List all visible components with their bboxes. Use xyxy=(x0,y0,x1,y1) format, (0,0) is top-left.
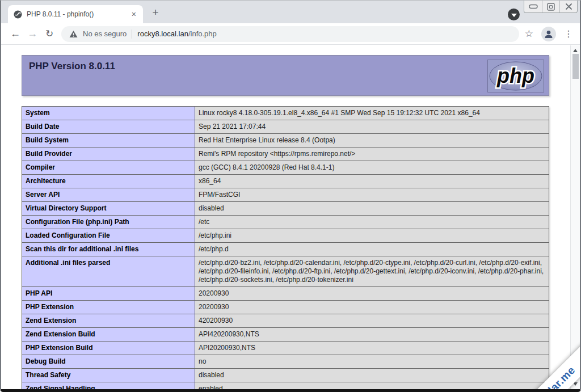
row-label: Server API xyxy=(22,188,195,202)
menu-dots-icon[interactable]: ⋮ xyxy=(564,28,573,39)
security-label[interactable]: No es seguro xyxy=(83,29,127,38)
omnibox-separator xyxy=(132,29,132,39)
table-row: Zend Signal Handling enabled xyxy=(22,382,549,390)
row-label: PHP API xyxy=(22,287,195,301)
table-row: PHP Extension 20200930 xyxy=(22,301,549,314)
table-row: Compiler gcc (GCC) 8.4.1 20200928 (Red H… xyxy=(22,161,549,175)
row-label: Compiler xyxy=(22,161,195,175)
row-value: /etc/php.d/20-bz2.ini, /etc/php.d/20-cal… xyxy=(195,256,549,287)
row-label: PHP Extension xyxy=(22,301,195,314)
url-text[interactable]: rocky8.local.lan/info.php xyxy=(137,29,216,38)
row-value: FPM/FastCGI xyxy=(195,188,549,202)
table-row: Additional .ini files parsed /etc/php.d/… xyxy=(22,256,549,287)
table-row: Loaded Configuration File /etc/php.ini xyxy=(22,229,549,243)
row-value: /etc xyxy=(195,216,549,229)
table-row: Debug Build no xyxy=(22,355,549,369)
scrollbar-thumb[interactable] xyxy=(572,54,579,79)
table-row: Zend Extension 420200930 xyxy=(22,314,549,328)
table-row: Build System Red Hat Enterprise Linux re… xyxy=(22,134,549,147)
row-label: Zend Extension xyxy=(22,314,195,328)
window-controls xyxy=(524,1,578,13)
row-value: Remi's RPM repository <https://rpms.remi… xyxy=(195,147,549,161)
table-row: Server API FPM/FastCGI xyxy=(22,188,549,202)
row-value: Linux rocky8 4.18.0-305.19.1.el8_4.x86_6… xyxy=(195,107,549,120)
row-value: API420200930,NTS xyxy=(195,328,549,342)
row-label: Architecture xyxy=(22,175,195,188)
row-label: Build Date xyxy=(22,120,195,134)
scroll-up-icon[interactable] xyxy=(573,49,578,52)
table-row: PHP Extension Build API20200930,NTS xyxy=(22,342,549,355)
row-label: Configuration File (php.ini) Path xyxy=(22,216,195,229)
table-row: PHP API 20200930 xyxy=(22,287,549,301)
table-row: Configuration File (php.ini) Path /etc xyxy=(22,216,549,229)
table-row: Architecture x86_64 xyxy=(22,175,549,188)
table-row: Virtual Directory Support disabled xyxy=(22,202,549,216)
phpinfo-table: System Linux rocky8 4.18.0-305.19.1.el8_… xyxy=(22,106,549,389)
page-content: PHP Version 8.0.11 php System Linux r xyxy=(1,45,580,389)
minimize-button[interactable] xyxy=(524,1,542,12)
row-label: Zend Signal Handling xyxy=(22,382,195,390)
svg-text:php: php xyxy=(496,64,534,87)
row-value: /etc/php.ini xyxy=(195,229,549,243)
person-icon xyxy=(544,29,554,39)
forward-button: → xyxy=(24,28,41,40)
chevron-down-circle-icon[interactable] xyxy=(508,9,520,20)
globe-favicon-icon xyxy=(14,10,22,19)
row-value: enabled xyxy=(195,382,549,390)
row-value: disabled xyxy=(195,369,549,382)
reload-button[interactable]: ↻ xyxy=(41,28,58,40)
tab-close-icon[interactable]: × xyxy=(130,10,137,19)
toolbar-right: ☆ ⋮ xyxy=(525,27,574,41)
row-label: Additional .ini files parsed xyxy=(22,256,195,287)
table-row: Scan this dir for additional .ini files … xyxy=(22,243,549,256)
phpinfo-header: PHP Version 8.0.11 php xyxy=(22,55,549,96)
row-label: Zend Extension Build xyxy=(22,328,195,342)
browser-tab[interactable]: PHP 8.0.11 - phpinfo() × xyxy=(8,5,143,23)
row-label: Loaded Configuration File xyxy=(22,229,195,243)
row-value: 20200930 xyxy=(195,301,549,314)
back-button[interactable]: ← xyxy=(7,28,24,40)
address-bar[interactable]: No es seguro rocky8.local.lan/info.php xyxy=(61,26,519,42)
vertical-scrollbar[interactable] xyxy=(570,45,580,389)
row-value: x86_64 xyxy=(195,175,549,188)
close-window-button[interactable] xyxy=(559,1,577,12)
row-value: gcc (GCC) 8.4.1 20200928 (Red Hat 8.4.1-… xyxy=(195,161,549,175)
row-label: Thread Safety xyxy=(22,369,195,382)
toolbar: ← → ↻ No es seguro rocky8.local.lan/info… xyxy=(1,23,580,45)
row-value: disabled xyxy=(195,202,549,216)
phpinfo-content: PHP Version 8.0.11 php System Linux r xyxy=(22,55,549,389)
table-row: System Linux rocky8 4.18.0-305.19.1.el8_… xyxy=(22,107,549,120)
row-value: Sep 21 2021 17:07:44 xyxy=(195,120,549,134)
row-label: Build System xyxy=(22,134,195,147)
row-label: Build Provider xyxy=(22,147,195,161)
bookmark-star-icon[interactable]: ☆ xyxy=(525,28,533,40)
row-label: Virtual Directory Support xyxy=(22,202,195,216)
table-row: Zend Extension Build API420200930,NTS xyxy=(22,328,549,342)
table-row: Build Date Sep 21 2021 17:07:44 xyxy=(22,120,549,134)
php-logo[interactable]: php xyxy=(487,60,544,92)
table-row: Thread Safety disabled xyxy=(22,369,549,382)
row-label: PHP Extension Build xyxy=(22,342,195,355)
tab-title: PHP 8.0.11 - phpinfo() xyxy=(27,10,126,18)
row-value: Red Hat Enterprise Linux release 8.4 (Oo… xyxy=(195,134,549,147)
row-label: Scan this dir for additional .ini files xyxy=(22,243,195,256)
warning-icon xyxy=(69,30,78,38)
page-title: PHP Version 8.0.11 xyxy=(29,61,542,72)
profile-avatar[interactable] xyxy=(541,27,556,41)
row-value: no xyxy=(195,355,549,369)
tab-strip: PHP 8.0.11 - phpinfo() × + xyxy=(1,1,580,23)
row-value: /etc/php.d xyxy=(195,243,549,256)
row-label: Debug Build xyxy=(22,355,195,369)
row-value: 420200930 xyxy=(195,314,549,328)
new-tab-button[interactable]: + xyxy=(149,6,162,19)
row-label: System xyxy=(22,107,195,120)
maximize-button[interactable] xyxy=(542,1,559,12)
browser-window: PHP 8.0.11 - phpinfo() × + xyxy=(0,0,581,392)
url-host: rocky8.local.lan xyxy=(137,29,188,38)
row-value: API20200930,NTS xyxy=(195,342,549,355)
row-value: 20200930 xyxy=(195,287,549,301)
table-row: Build Provider Remi's RPM repository <ht… xyxy=(22,147,549,161)
url-path: /info.php xyxy=(188,29,217,38)
